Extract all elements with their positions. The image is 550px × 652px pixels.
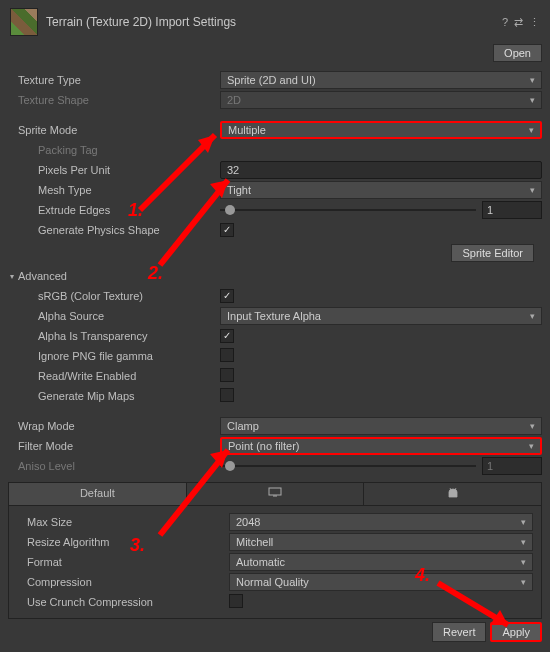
aniso-level-slider: [220, 457, 476, 475]
format-dropdown[interactable]: Automatic: [229, 553, 533, 571]
packing-tag-label: Packing Tag: [8, 144, 220, 156]
revert-button[interactable]: Revert: [432, 622, 486, 642]
pixels-per-unit-label: Pixels Per Unit: [8, 164, 220, 176]
alpha-transparency-label: Alpha Is Transparency: [8, 330, 220, 342]
read-write-label: Read/Write Enabled: [8, 370, 220, 382]
advanced-foldout[interactable]: Advanced: [8, 266, 542, 286]
wrap-mode-dropdown[interactable]: Clamp: [220, 417, 542, 435]
menu-icon[interactable]: ⋮: [529, 16, 540, 29]
preset-icon[interactable]: ⇄: [514, 16, 523, 29]
alpha-source-label: Alpha Source: [8, 310, 220, 322]
sprite-mode-dropdown[interactable]: Multiple: [220, 121, 542, 139]
aniso-level-value: [482, 457, 542, 475]
texture-shape-dropdown: 2D: [220, 91, 542, 109]
resize-algorithm-label: Resize Algorithm: [17, 536, 229, 548]
generate-physics-checkbox[interactable]: [220, 223, 234, 237]
sprite-mode-label: Sprite Mode: [8, 124, 220, 136]
annotation-label-1: 1.: [128, 200, 143, 221]
extrude-edges-value[interactable]: [482, 201, 542, 219]
texture-type-dropdown[interactable]: Sprite (2D and UI): [220, 71, 542, 89]
texture-type-label: Texture Type: [8, 74, 220, 86]
wrap-mode-label: Wrap Mode: [8, 420, 220, 432]
compression-label: Compression: [17, 576, 229, 588]
extrude-edges-label: Extrude Edges: [8, 204, 220, 216]
tab-android[interactable]: [364, 483, 541, 505]
svg-rect-0: [269, 488, 281, 495]
srgb-checkbox[interactable]: [220, 289, 234, 303]
ignore-png-gamma-label: Ignore PNG file gamma: [8, 350, 220, 362]
extrude-edges-slider[interactable]: [220, 201, 476, 219]
tab-standalone[interactable]: [187, 483, 365, 505]
tab-default[interactable]: Default: [9, 483, 187, 505]
annotation-label-2: 2.: [148, 263, 163, 284]
texture-shape-label: Texture Shape: [8, 94, 220, 106]
read-write-checkbox[interactable]: [220, 368, 234, 382]
sprite-editor-button[interactable]: Sprite Editor: [451, 244, 534, 262]
crunch-compression-label: Use Crunch Compression: [17, 596, 229, 608]
crunch-compression-checkbox[interactable]: [229, 594, 243, 608]
generate-mipmaps-checkbox[interactable]: [220, 388, 234, 402]
compression-dropdown[interactable]: Normal Quality: [229, 573, 533, 591]
asset-thumbnail-icon: [10, 8, 38, 36]
format-label: Format: [17, 556, 229, 568]
inspector-title: Terrain (Texture 2D) Import Settings: [46, 15, 494, 29]
mesh-type-label: Mesh Type: [8, 184, 220, 196]
pixels-per-unit-input[interactable]: [220, 161, 542, 179]
resize-algorithm-dropdown[interactable]: Mitchell: [229, 533, 533, 551]
srgb-label: sRGB (Color Texture): [8, 290, 220, 302]
annotation-label-4: 4.: [415, 565, 430, 586]
max-size-label: Max Size: [17, 516, 229, 528]
ignore-png-gamma-checkbox[interactable]: [220, 348, 234, 362]
apply-button[interactable]: Apply: [490, 622, 542, 642]
filter-mode-dropdown[interactable]: Point (no filter): [220, 437, 542, 455]
open-button[interactable]: Open: [493, 44, 542, 62]
aniso-level-label: Aniso Level: [8, 460, 220, 472]
generate-physics-label: Generate Physics Shape: [8, 224, 220, 236]
help-icon[interactable]: ?: [502, 16, 508, 29]
alpha-source-dropdown[interactable]: Input Texture Alpha: [220, 307, 542, 325]
generate-mipmaps-label: Generate Mip Maps: [8, 390, 220, 402]
annotation-label-3: 3.: [130, 535, 145, 556]
alpha-transparency-checkbox[interactable]: [220, 329, 234, 343]
max-size-dropdown[interactable]: 2048: [229, 513, 533, 531]
mesh-type-dropdown[interactable]: Tight: [220, 181, 542, 199]
filter-mode-label: Filter Mode: [8, 440, 220, 452]
